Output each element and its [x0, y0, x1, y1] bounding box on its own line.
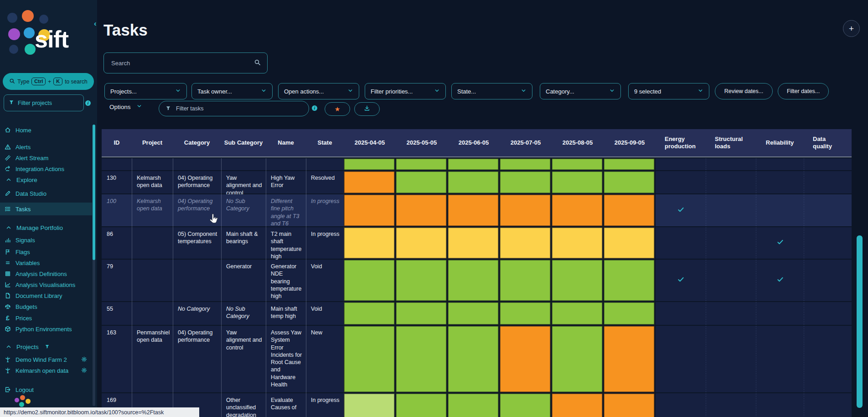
heatmap-cell-2025-08-05[interactable] [552, 227, 603, 259]
heatmap-cell-2025-09-05[interactable] [604, 260, 655, 301]
search-input[interactable] [110, 59, 250, 67]
sidebar-scrollbar-thumb[interactable] [93, 125, 95, 260]
heatmap-cell-2025-05-05[interactable] [396, 302, 447, 325]
sidebar-item-kelmarsh-open-data[interactable]: Kelmarsh open data [0, 365, 92, 376]
collapse-sidebar-icon[interactable]: ‹ [94, 19, 97, 28]
heatmap-cell-2025-05-05[interactable] [396, 326, 447, 392]
sidebar-item-flags[interactable]: Flags [0, 246, 92, 257]
heatmap-cell-2025-05-05[interactable] [396, 171, 447, 193]
sidebar-item-home[interactable]: Home [0, 125, 92, 136]
sidebar-item-prices[interactable]: £Prices [0, 313, 92, 323]
heatmap-cell-2025-07-05[interactable] [500, 158, 551, 170]
heatmap-cell-2025-06-05[interactable] [448, 393, 499, 417]
heatmap-cell-2025-09-05[interactable] [604, 393, 655, 417]
info-icon[interactable]: i [85, 100, 91, 106]
heatmap-cell-2025-08-05[interactable] [552, 260, 603, 301]
heatmap-cell-2025-07-05[interactable] [500, 227, 551, 259]
heatmap-cell-2025-04-05[interactable] [344, 158, 395, 170]
task-row-100[interactable]: 100Kelmarsh open data04) Operating perfo… [102, 194, 852, 226]
sidebar-item-explore[interactable]: Explore [0, 174, 92, 185]
heatmap-cell-2025-07-05[interactable] [500, 302, 551, 325]
sidebar-item-logout[interactable]: Logout [0, 384, 92, 395]
heatmap-cell-2025-09-05[interactable] [604, 171, 655, 193]
heatmap-cell-2025-07-05[interactable] [500, 194, 551, 226]
sidebar-item-data-studio[interactable]: Data Studio [0, 188, 92, 199]
heatmap-cell-2025-05-05[interactable] [396, 227, 447, 259]
heatmap-cell-2025-07-05[interactable] [500, 393, 551, 417]
sidebar-item-python-environments[interactable]: Python Environments [0, 323, 92, 334]
task-row-86[interactable]: 8605) Component temperaturesMain shaft &… [102, 227, 852, 259]
sidebar-item-signals[interactable]: Signals [0, 235, 92, 245]
task-row-55[interactable]: 55No CategoryNo Sub CategoryMain shaft t… [102, 302, 852, 325]
heatmap-cell-2025-08-05[interactable] [552, 326, 603, 392]
heatmap-cell-2025-04-05[interactable] [344, 393, 395, 417]
info-icon[interactable]: i [312, 105, 317, 111]
heatmap-cell-2025-05-05[interactable] [396, 260, 447, 301]
heatmap-cell-2025-04-05[interactable] [344, 171, 395, 193]
heatmap-cell-2025-09-05[interactable] [604, 326, 655, 392]
sidebar-item-integration-actions[interactable]: Integration Actions [0, 163, 92, 174]
sidebar-item-budgets[interactable]: Budgets [0, 301, 92, 312]
task-row-79[interactable]: 79GeneratorGenerator NDE bearing tempera… [102, 260, 852, 301]
sidebar-item-analysis-visualisations[interactable]: Analysis Visualisations [0, 279, 92, 290]
heatmap-cell-2025-04-05[interactable] [344, 326, 395, 392]
gear-icon[interactable] [81, 367, 87, 375]
sidebar-item-document-library[interactable]: Document Library [0, 290, 92, 301]
task-row-169[interactable]: 169Other unclassified degradationEvaluat… [102, 393, 852, 417]
favourite-filter-button[interactable]: ★ [325, 102, 350, 116]
filter-select-open-actions[interactable]: Open actions... [278, 83, 359, 99]
heatmap-cell-2025-09-05[interactable] [604, 158, 655, 170]
sidebar-item-manage-portfolio[interactable]: Manage Portfolio [0, 222, 92, 233]
download-button[interactable] [354, 102, 380, 116]
filter-select-filter-priorities[interactable]: Filter priorities... [365, 83, 446, 99]
heatmap-cell-2025-08-05[interactable] [552, 302, 603, 325]
filter-projects-input[interactable]: Filter projects [4, 94, 84, 111]
heatmap-cell-2025-06-05[interactable] [448, 227, 499, 259]
heatmap-cell-2025-08-05[interactable] [552, 194, 603, 226]
heatmap-cell-2025-06-05[interactable] [448, 158, 499, 170]
heatmap-cell-2025-06-05[interactable] [448, 326, 499, 392]
heatmap-cell-2025-04-05[interactable] [344, 260, 395, 301]
heatmap-cell-2025-07-05[interactable] [500, 260, 551, 301]
heatmap-cell-2025-07-05[interactable] [500, 171, 551, 193]
heatmap-cell-2025-05-05[interactable] [396, 393, 447, 417]
global-search-shortcut-button[interactable]: Type Ctrl + K to search [3, 73, 94, 90]
task-row-130[interactable]: 130Kelmarsh open data04) Operating perfo… [102, 171, 852, 193]
sidebar-item-variables[interactable]: Variables [0, 257, 92, 268]
sidebar-item-projects[interactable]: Projects [0, 341, 92, 352]
heatmap-cell-2025-08-05[interactable] [552, 158, 603, 170]
heatmap-cell-2025-09-05[interactable] [604, 227, 655, 259]
task-row-partial[interactable] [102, 158, 852, 170]
heatmap-cell-2025-08-05[interactable] [552, 393, 603, 417]
filter-tasks-input[interactable] [175, 105, 302, 112]
add-task-button[interactable]: + [843, 20, 860, 37]
options-dropdown[interactable]: Options [109, 103, 142, 110]
heatmap-cell-2025-06-05[interactable] [448, 194, 499, 226]
filter-select-state[interactable]: State... [451, 83, 532, 99]
heatmap-cell-2025-06-05[interactable] [448, 302, 499, 325]
heatmap-cell-2025-05-05[interactable] [396, 194, 447, 226]
heatmap-cell-2025-06-05[interactable] [448, 260, 499, 301]
sidebar-scrollbar[interactable] [93, 125, 95, 406]
sidebar-item-alerts[interactable]: Alerts [0, 141, 92, 152]
sidebar-item-alert-stream[interactable]: Alert Stream [0, 152, 92, 163]
filter-select-category[interactable]: Category... [540, 83, 621, 99]
heatmap-cell-2025-06-05[interactable] [448, 171, 499, 193]
heatmap-cell-2025-05-05[interactable] [396, 158, 447, 170]
heatmap-cell-2025-09-05[interactable] [604, 302, 655, 325]
heatmap-cell-2025-04-05[interactable] [344, 227, 395, 259]
filter-select-9-selected[interactable]: 9 selected [628, 83, 709, 99]
sidebar-item-demo-wind-farm-2[interactable]: Demo Wind Farm 2 [0, 354, 92, 365]
task-row-163[interactable]: 163Penmanshiel open data04) Operating pe… [102, 326, 852, 392]
filter-pill-review-dates[interactable]: Review dates... [715, 83, 773, 99]
filter-select-task-owner[interactable]: Task owner... [191, 83, 273, 99]
heatmap-cell-2025-08-05[interactable] [552, 171, 603, 193]
sidebar-item-analysis-definitions[interactable]: Analysis Definitions [0, 268, 92, 279]
heatmap-cell-2025-04-05[interactable] [344, 302, 395, 325]
sidebar-item-tasks[interactable]: Tasks [0, 203, 92, 215]
filter-select-projects[interactable]: Projects... [104, 83, 187, 99]
heatmap-cell-2025-04-05[interactable] [344, 194, 395, 226]
gear-icon[interactable] [81, 356, 87, 364]
heatmap-cell-2025-09-05[interactable] [604, 194, 655, 226]
heatmap-cell-2025-07-05[interactable] [500, 326, 551, 392]
